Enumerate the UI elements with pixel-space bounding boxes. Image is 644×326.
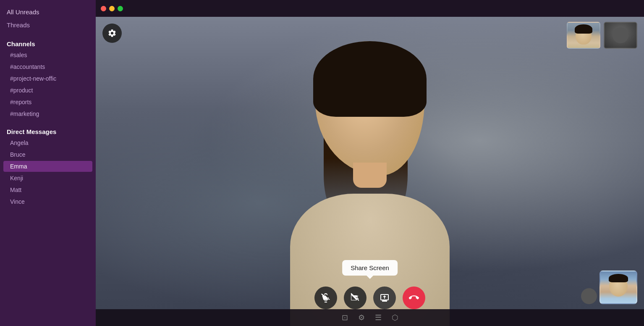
person-neck xyxy=(353,163,387,188)
microphone-off-icon xyxy=(321,293,331,303)
share-screen-tooltip: Share Screen xyxy=(342,260,398,276)
channel-accountants[interactable]: #accountants xyxy=(3,61,92,72)
call-controls xyxy=(314,287,425,309)
video-off-icon xyxy=(350,293,360,303)
all-unreads-label[interactable]: All Unreads xyxy=(0,7,96,21)
channel-marketing[interactable]: #marketing xyxy=(3,108,92,119)
channels-heading: Channels xyxy=(0,35,96,49)
traffic-lights xyxy=(101,6,123,11)
gear-icon xyxy=(107,29,117,38)
person-figure xyxy=(252,32,487,326)
end-call-button[interactable] xyxy=(403,287,425,309)
channel-reports[interactable]: #reports xyxy=(3,97,92,108)
dm-heading: Direct Messages xyxy=(0,123,96,137)
video-off-button[interactable] xyxy=(344,287,367,309)
share-screen-button[interactable] xyxy=(373,287,396,309)
channel-product[interactable]: #product xyxy=(3,85,92,96)
sidebar: All Unreads Threads Channels #sales #acc… xyxy=(0,0,96,326)
channel-sales[interactable]: #sales xyxy=(3,50,92,60)
dm-angela[interactable]: Angela xyxy=(3,137,92,148)
thumbnail-kenji[interactable] xyxy=(599,271,637,304)
dm-matt[interactable]: Matt xyxy=(3,184,92,195)
end-call-icon xyxy=(409,293,419,303)
person-hair-top xyxy=(313,41,427,117)
bottom-icon-1[interactable]: ⊡ xyxy=(342,313,348,322)
dm-bruce[interactable]: Bruce xyxy=(3,149,92,160)
threads-label[interactable]: Threads xyxy=(0,21,96,35)
video-feed xyxy=(96,17,644,326)
bottom-icon-3[interactable]: ☰ xyxy=(375,313,382,322)
thumbnail-participant-1[interactable] xyxy=(567,22,600,49)
bottom-toolbar: ⊡ ⚙ ☰ ⬡ xyxy=(96,309,644,326)
bottom-icon-2[interactable]: ⚙ xyxy=(358,313,365,322)
channel-project-new-offic[interactable]: #project-new-offic xyxy=(3,73,92,84)
thumbnail-participant-2[interactable] xyxy=(604,22,637,49)
settings-button[interactable] xyxy=(102,24,122,43)
window-chrome xyxy=(96,0,644,17)
share-screen-icon xyxy=(380,293,390,303)
dm-kenji[interactable]: Kenji xyxy=(3,173,92,184)
video-call-area: Share Screen ⊡ ⚙ xyxy=(96,0,644,326)
person-video xyxy=(252,32,487,326)
participant-avatar-circle xyxy=(581,288,597,304)
mute-button[interactable] xyxy=(314,287,337,309)
close-button[interactable] xyxy=(101,6,106,11)
dm-vince[interactable]: Vince xyxy=(3,196,92,207)
maximize-button[interactable] xyxy=(118,6,123,11)
bottom-icon-4[interactable]: ⬡ xyxy=(392,313,398,322)
dm-emma[interactable]: Emma xyxy=(3,161,92,172)
participant-thumbnails xyxy=(567,22,637,49)
minimize-button[interactable] xyxy=(109,6,115,11)
